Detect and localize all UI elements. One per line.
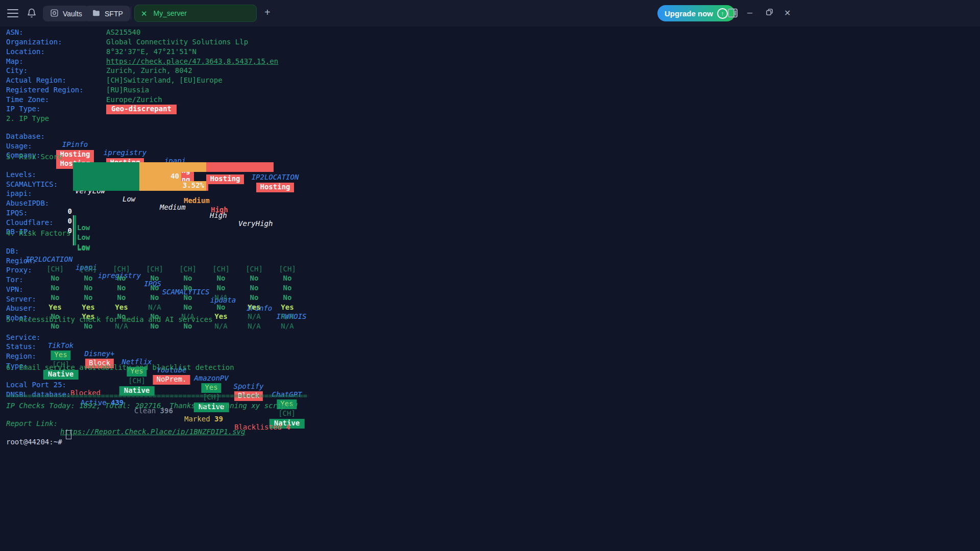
rf-cell: No [117,284,126,292]
window-minimize-button[interactable]: – [747,7,752,18]
sftp-button[interactable]: SFTP [85,6,130,21]
rf-cell: N/A [248,322,260,330]
risk-score-value: 0 [60,207,72,215]
dnsbl-stat-marked: Marked 39 [184,415,223,423]
section-title-risk-factors: 4. Risk Factors [6,229,70,237]
map-link[interactable]: https://check.place/47.3643,8.5437,15,en [106,57,278,65]
field-value: AS215540 [106,28,140,36]
title-bar: Vaults SFTP ✕ My_server + Upgrade now ↑ … [0,0,980,27]
rf-cell: No [283,284,292,292]
db-column-header: IP2LOCATION [252,173,299,181]
rf-cell: N/A [214,322,227,330]
risk-score-value: 0 [60,217,72,225]
window-close-button[interactable]: ✕ [784,8,791,18]
usage-badge: Hosting [256,183,294,192]
geo-discrepant-badge: Geo-discrepant [106,105,177,114]
rf-cell: No [184,293,192,302]
rf-cell: N/A [248,312,260,320]
tab-label: My_server [154,9,187,17]
section-title-email: 6. Email service availability and blackl… [6,363,234,371]
rf-cell: N/A [214,293,227,302]
sidebar-toggle-icon[interactable] [727,8,738,20]
db-column-header: ipregistry [104,148,146,157]
status-badge: Yes [51,350,70,360]
field-label: Organization: [6,38,62,46]
field-label: Time Zone: [6,95,49,104]
rf-cell: No [151,284,159,292]
rf-cell: No [184,303,192,311]
upgrade-arrow-icon: ↑ [717,8,728,19]
score-bar-sliver [73,215,76,225]
risk-level-value: Low [77,223,90,232]
vaults-button-label: Vaults [63,10,82,18]
tab-my-server[interactable]: ✕ My_server [134,5,257,22]
rf-cell: Yes [281,303,293,311]
window-restore-button[interactable] [766,8,773,18]
level-name: Medium [160,203,186,211]
field-label: City: [6,66,28,74]
rf-cell: No [151,274,159,282]
usage-badge: Hosting [206,174,244,184]
rf-cell: Yes [214,312,227,320]
rf-cell: [CH] [212,265,230,273]
hamburger-menu-icon[interactable] [7,9,18,17]
new-tab-button[interactable]: + [264,7,271,17]
level-name: VeryHigh [238,219,273,228]
report-link[interactable]: https://Report.Check.Place/ip/1BNZFDIP1.… [60,428,245,436]
rf-cell: No [84,274,93,282]
field-label: ASN: [6,28,23,36]
scamalytics-score-bar: 40 [73,172,181,182]
vault-icon [50,9,59,19]
tab-close-icon[interactable]: ✕ [141,10,148,17]
upgrade-now-button[interactable]: Upgrade now ↑ [657,5,735,21]
field-value: Global Connectivity Solutions Llp [106,38,248,46]
section-title-ip-type: 2. IP Type [6,114,49,122]
sftp-button-label: SFTP [105,10,123,18]
field-value: Europe/Zurich [106,95,162,104]
upgrade-now-label: Upgrade now [665,9,713,18]
rf-cell: [CH] [113,265,130,273]
shell-prompt: root@44204:~# [6,438,62,446]
rf-cell: No [184,284,192,292]
section-title-accessibility: 5. Accessibility check for media and AI … [6,315,213,323]
score-bar-sliver [73,236,76,245]
rf-cell: [CH] [46,265,64,273]
rf-cell: No [217,274,226,282]
rf-cell: No [250,284,259,292]
rf-cell: Yes [248,303,260,311]
notifications-bell-icon[interactable] [27,8,37,20]
service-column-header: Spotify [233,382,263,390]
vaults-button[interactable]: Vaults [43,6,89,21]
rf-cell: No [51,293,60,302]
field-label: Map: [6,57,23,65]
terminal-cursor [66,430,71,439]
rf-cell: Yes [82,303,94,311]
field-value: Zurich, Zurich, 8042 [106,66,192,74]
service-column-header: Disney+ [84,349,114,358]
rf-cell: No [151,293,159,302]
rf-cell: N/A [281,312,293,320]
field-label: Location: [6,47,45,56]
rf-cell: No [250,293,259,302]
rf-cell: [CH] [146,265,163,273]
service-region: [CH] [278,409,296,417]
rf-cell: No [217,284,226,292]
rf-cell: [CH] [246,265,263,273]
rf-cell: No [117,274,126,282]
field-value: [RU]Russia [106,86,149,94]
rf-cell: No [84,293,93,302]
rf-cell: No [84,284,93,292]
risk-level-value: Low [77,244,90,252]
risk-level-value: Low [77,233,90,241]
rf-cell: No [184,274,192,282]
status-badge: NoPrem. [153,375,190,385]
separator-line: ========================================… [6,392,307,400]
rf-cell: [CH] [80,265,97,273]
field-label: Registered Region: [6,86,84,94]
risk-level-value: Medium [184,196,210,205]
ipapi-score: 3.52% [139,181,206,191]
field-value: [CH]Switzerland, [EU]Europe [106,76,223,84]
rf-cell: No [283,293,292,302]
level-name: Low [122,195,135,203]
section-title-risk-score: 3. Risk Score [6,153,62,161]
